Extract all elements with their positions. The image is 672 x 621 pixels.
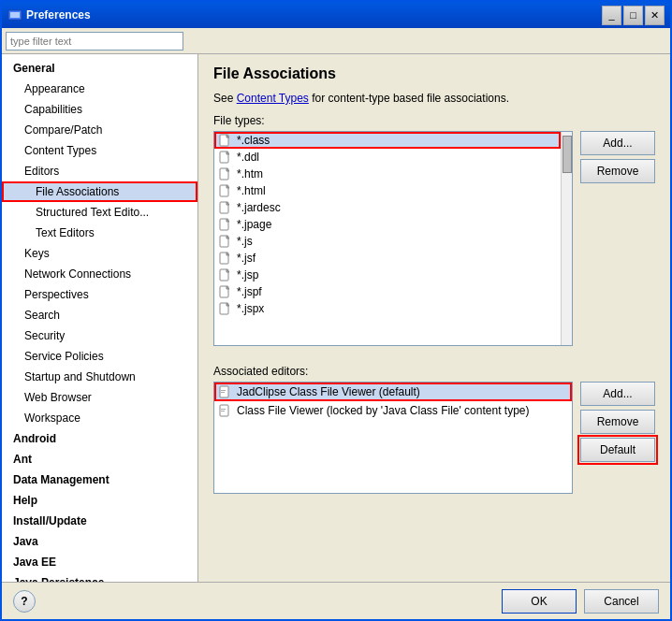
file-types-list: *.class*.ddl*.htm*.html*.jardesc*.jpage*…: [213, 131, 573, 346]
file-icon-jsp: [218, 267, 233, 282]
sidebar-item-structured-text[interactable]: Structured Text Edito...: [2, 202, 197, 223]
help-button[interactable]: ?: [13, 590, 36, 613]
sidebar-item-keys[interactable]: Keys: [2, 243, 197, 264]
content-types-link[interactable]: Content Types: [237, 92, 309, 105]
file-type-label: *.ddl: [237, 151, 259, 164]
file-type-item-jspx[interactable]: *.jspx: [214, 300, 561, 317]
sidebar-item-perspectives[interactable]: Perspectives: [2, 284, 197, 305]
sidebar-item-compare-patch[interactable]: Compare/Patch: [2, 120, 197, 140]
file-icon-jardesc: [218, 200, 233, 215]
sidebar-item-file-associations[interactable]: File Associations: [2, 181, 197, 202]
minimize-button[interactable]: _: [602, 6, 621, 25]
svg-rect-14: [221, 390, 226, 391]
sidebar-item-workspace[interactable]: Workspace: [2, 408, 197, 428]
sidebar-item-text-editors[interactable]: Text Editors: [2, 223, 197, 243]
close-button[interactable]: ✕: [645, 6, 665, 25]
bottom-bar: ? OK Cancel: [2, 582, 670, 619]
editor-label: Class File Viewer (locked by 'Java Class…: [237, 404, 529, 417]
sidebar-item-java-ee[interactable]: Java EE: [2, 552, 197, 572]
file-type-item-jardesc[interactable]: *.jardesc: [214, 199, 561, 216]
associated-editors-list: JadClipse Class File Viewer (default)Cla…: [213, 382, 573, 494]
file-type-label: *.jpage: [237, 218, 271, 231]
associated-editors-label: Associated editors:: [213, 365, 655, 378]
file-type-label: *.js: [237, 235, 253, 248]
sidebar-item-general[interactable]: General: [2, 58, 197, 79]
sidebar-item-network-connections[interactable]: Network Connections: [2, 264, 197, 284]
svg-rect-15: [221, 392, 225, 393]
sidebar-item-appearance[interactable]: Appearance: [2, 79, 197, 99]
editor-label: JadClipse Class File Viewer (default): [237, 385, 420, 398]
sidebar-item-web-browser[interactable]: Web Browser: [2, 387, 197, 408]
file-icon-ddl: [218, 150, 233, 165]
file-type-item-js[interactable]: *.js: [214, 233, 561, 250]
file-types-label: File types:: [213, 114, 655, 127]
title-bar: Preferences _ □ ✕: [2, 2, 670, 28]
file-type-item-htm[interactable]: *.htm: [214, 166, 561, 182]
sidebar-item-java[interactable]: Java: [2, 531, 197, 552]
sidebar-item-help[interactable]: Help: [2, 490, 197, 511]
maximize-button[interactable]: □: [623, 6, 643, 25]
sidebar-item-ant[interactable]: Ant: [2, 449, 197, 469]
file-type-item-ddl[interactable]: *.ddl: [214, 149, 561, 166]
file-icon-html: [218, 183, 233, 198]
editor-item-classviewer[interactable]: Class File Viewer (locked by 'Java Class…: [214, 401, 572, 420]
editor-icon-classviewer: [218, 403, 233, 418]
file-type-item-jsf[interactable]: *.jsf: [214, 250, 561, 267]
file-icon-jspf: [218, 284, 233, 299]
file-type-label: *.htm: [237, 167, 263, 181]
sidebar-item-java-persistence[interactable]: Java Persistence: [2, 572, 197, 582]
editor-icon-jadclipse: [218, 384, 233, 399]
sidebar-item-data-management[interactable]: Data Management: [2, 469, 197, 490]
sidebar-item-service-policies[interactable]: Service Policies: [2, 346, 197, 367]
dialog-buttons: OK Cancel: [502, 589, 659, 614]
file-type-label: *.class: [237, 134, 270, 147]
main-content: GeneralAppearanceCapabilitiesCompare/Pat…: [2, 54, 670, 582]
file-types-buttons: Add... Remove: [580, 131, 655, 183]
file-types-remove-button[interactable]: Remove: [580, 159, 655, 183]
file-type-item-class[interactable]: *.class: [214, 132, 561, 149]
file-type-item-jspf[interactable]: *.jspf: [214, 283, 561, 300]
ok-button[interactable]: OK: [502, 589, 577, 614]
sidebar-item-capabilities[interactable]: Capabilities: [2, 99, 197, 120]
sidebar: GeneralAppearanceCapabilitiesCompare/Pat…: [2, 54, 198, 582]
file-type-item-html[interactable]: *.html: [214, 182, 561, 199]
filter-input[interactable]: [6, 32, 183, 51]
file-type-label: *.html: [237, 184, 266, 197]
sidebar-item-startup-shutdown[interactable]: Startup and Shutdown: [2, 367, 197, 387]
window-controls: _ □ ✕: [602, 6, 665, 25]
filter-toolbar: [2, 28, 670, 54]
file-icon-htm: [218, 166, 233, 181]
editors-default-button[interactable]: Default: [580, 438, 655, 462]
svg-rect-18: [221, 411, 225, 412]
sidebar-item-security[interactable]: Security: [2, 325, 197, 346]
cancel-button[interactable]: Cancel: [584, 589, 659, 614]
content-area: File Associations See Content Types for …: [198, 54, 670, 582]
file-icon-jsf: [218, 251, 233, 266]
window-title: Preferences: [26, 8, 602, 22]
svg-rect-1: [10, 12, 20, 18]
window-icon: [7, 7, 22, 22]
page-title: File Associations: [213, 65, 655, 82]
file-icon-js: [218, 234, 233, 249]
editors-buttons: Add... Remove Default: [580, 382, 655, 462]
editors-add-button[interactable]: Add...: [580, 382, 655, 406]
svg-rect-17: [221, 409, 226, 410]
editor-item-jadclipse[interactable]: JadClipse Class File Viewer (default): [214, 383, 572, 401]
file-icon-class: [218, 133, 233, 148]
content-desc: See Content Types for content-type based…: [213, 92, 655, 105]
file-type-label: *.jardesc: [237, 201, 281, 214]
file-type-item-jsp[interactable]: *.jsp: [214, 267, 561, 283]
desc-suffix: for content-type based file associations…: [309, 92, 509, 105]
sidebar-item-android[interactable]: Android: [2, 428, 197, 449]
desc-prefix: See: [213, 92, 237, 105]
sidebar-item-editors[interactable]: Editors: [2, 161, 197, 181]
file-type-label: *.jsf: [237, 252, 256, 265]
sidebar-item-content-types[interactable]: Content Types: [2, 140, 197, 161]
file-icon-jpage: [218, 217, 233, 232]
editors-remove-button[interactable]: Remove: [580, 410, 655, 434]
file-type-item-jpage[interactable]: *.jpage: [214, 216, 561, 233]
sidebar-item-install-update[interactable]: Install/Update: [2, 511, 197, 531]
sidebar-item-search[interactable]: Search: [2, 305, 197, 325]
file-types-add-button[interactable]: Add...: [580, 131, 655, 155]
preferences-window: Preferences _ □ ✕ GeneralAppearanceCapab…: [0, 0, 672, 621]
